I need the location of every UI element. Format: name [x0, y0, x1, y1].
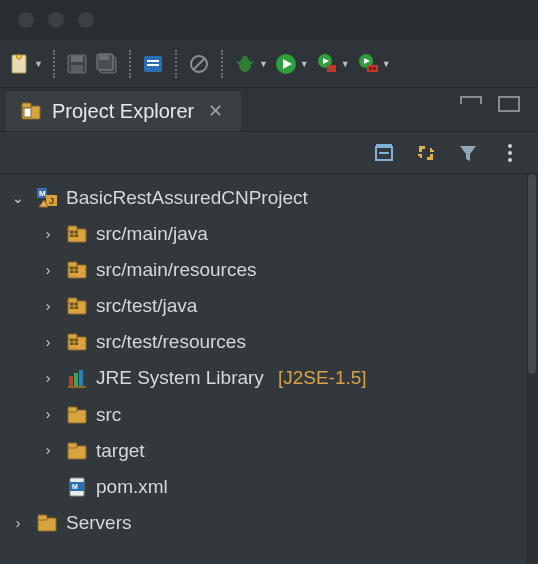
package-icon: [66, 259, 88, 281]
jre-icon: [66, 368, 88, 390]
twisty-collapsed-icon[interactable]: ›: [8, 510, 28, 537]
file-icon: [66, 476, 88, 498]
coverage-dropdown-arrow[interactable]: ▼: [341, 59, 350, 69]
new-button[interactable]: [6, 50, 34, 78]
debug-button[interactable]: [231, 50, 259, 78]
maven-java-project-icon: [36, 187, 58, 209]
collapse-all-button[interactable]: [370, 139, 398, 167]
twisty-collapsed-icon[interactable]: ›: [38, 401, 58, 428]
view-tab-row: Project Explorer ✕: [0, 88, 538, 132]
new-dropdown-arrow[interactable]: ▼: [34, 59, 43, 69]
tab-project-explorer[interactable]: Project Explorer ✕: [6, 91, 241, 131]
twisty-collapsed-icon[interactable]: ›: [38, 257, 58, 284]
package-icon: [66, 295, 88, 317]
toggle-breadcrumb-button[interactable]: [139, 50, 167, 78]
view-toolbar: [0, 132, 538, 174]
node-label: src/test/java: [96, 288, 197, 324]
tree-project-servers[interactable]: › Servers: [4, 505, 534, 541]
window-titlebar: [0, 0, 538, 40]
servers-label: Servers: [66, 505, 131, 541]
package-icon: [66, 331, 88, 353]
twisty-collapsed-icon[interactable]: ›: [38, 221, 58, 248]
run-button[interactable]: [272, 50, 300, 78]
twisty-expanded-icon[interactable]: ⌄: [8, 185, 28, 212]
debug-dropdown-arrow[interactable]: ▼: [259, 59, 268, 69]
project-name-label: BasicRestAssuredCNProject: [66, 180, 308, 216]
toolbar-separator: [175, 50, 177, 78]
tree-project-root[interactable]: ⌄ BasicRestAssuredCNProject: [4, 180, 534, 216]
twisty-collapsed-icon[interactable]: ›: [38, 293, 58, 320]
tree-node[interactable]: › target: [4, 433, 534, 469]
tree-node[interactable]: › JRE System Library [J2SE-1.5]: [4, 360, 534, 396]
node-label: pom.xml: [96, 469, 168, 505]
tree-node[interactable]: pom.xml: [4, 469, 534, 505]
scrollbar-thumb[interactable]: [528, 174, 536, 374]
view-menu-button[interactable]: [496, 139, 524, 167]
skip-breakpoints-button[interactable]: [185, 50, 213, 78]
node-label: JRE System Library: [96, 360, 264, 396]
tree-node[interactable]: › src/main/resources: [4, 252, 534, 288]
maximize-view-icon[interactable]: [498, 96, 520, 112]
toolbar-separator: [53, 50, 55, 78]
tab-title: Project Explorer: [52, 100, 194, 123]
traffic-light-zoom[interactable]: [78, 12, 94, 28]
vertical-scrollbar[interactable]: [526, 174, 538, 564]
node-suffix: [J2SE-1.5]: [278, 360, 367, 396]
close-tab-icon[interactable]: ✕: [204, 100, 227, 122]
save-all-button[interactable]: [93, 50, 121, 78]
node-label: src/main/java: [96, 216, 208, 252]
tree-node[interactable]: › src: [4, 397, 534, 433]
tree-node[interactable]: › src/main/java: [4, 216, 534, 252]
folder-icon: [36, 512, 58, 534]
node-label: src: [96, 397, 121, 433]
run-external-button[interactable]: [354, 50, 382, 78]
twisty-collapsed-icon[interactable]: ›: [38, 329, 58, 356]
twisty-collapsed-icon[interactable]: ›: [38, 365, 58, 392]
node-label: src/main/resources: [96, 252, 257, 288]
node-label: target: [96, 433, 145, 469]
twisty-collapsed-icon[interactable]: ›: [38, 437, 58, 464]
project-explorer-icon: [20, 100, 42, 122]
run-dropdown-arrow[interactable]: ▼: [300, 59, 309, 69]
toolbar-separator: [221, 50, 223, 78]
node-label: src/test/resources: [96, 324, 246, 360]
link-with-editor-button[interactable]: [412, 139, 440, 167]
package-icon: [66, 223, 88, 245]
folder-icon: [66, 440, 88, 462]
traffic-light-close[interactable]: [18, 12, 34, 28]
run-external-dropdown-arrow[interactable]: ▼: [382, 59, 391, 69]
traffic-light-minimize[interactable]: [48, 12, 64, 28]
coverage-button[interactable]: [313, 50, 341, 78]
project-tree[interactable]: ⌄ BasicRestAssuredCNProject › src/main/j…: [0, 174, 538, 564]
tree-node[interactable]: › src/test/resources: [4, 324, 534, 360]
filters-button[interactable]: [454, 139, 482, 167]
toolbar-separator: [129, 50, 131, 78]
tree-node[interactable]: › src/test/java: [4, 288, 534, 324]
main-toolbar: ▼ ▼ ▼ ▼ ▼: [0, 40, 538, 88]
save-button[interactable]: [63, 50, 91, 78]
folder-icon: [66, 404, 88, 426]
minimize-view-icon[interactable]: [460, 96, 482, 104]
